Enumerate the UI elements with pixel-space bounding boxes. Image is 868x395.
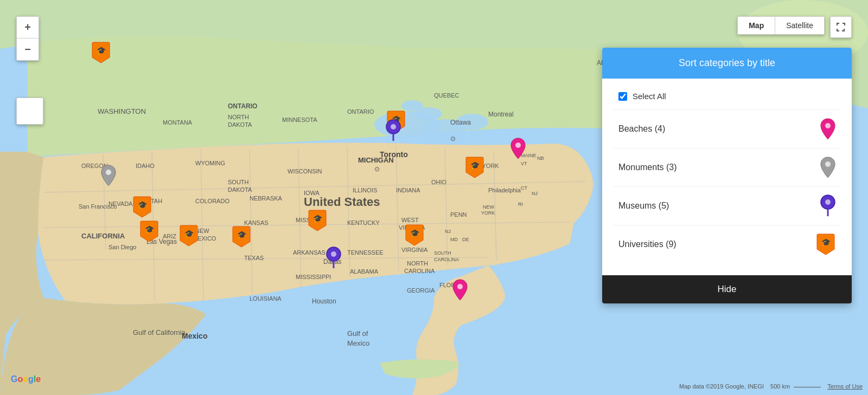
svg-text:VT: VT (521, 161, 527, 166)
select-all-checkbox[interactable] (618, 92, 627, 101)
museum-marker (326, 247, 341, 268)
svg-text:PENN: PENN (450, 211, 467, 218)
svg-point-113 (825, 123, 831, 128)
svg-text:SOUTH: SOUTH (228, 179, 249, 185)
svg-text:Montreal: Montreal (488, 111, 514, 118)
svg-text:DAKOTA: DAKOTA (228, 121, 252, 128)
category-beaches-label: Beaches (4) (618, 124, 665, 134)
svg-text:NB: NB (537, 156, 544, 161)
panel-header: Sort categories by title (602, 48, 852, 79)
svg-text:NEW: NEW (483, 204, 495, 210)
svg-text:San Diego: San Diego (108, 244, 136, 250)
svg-text:RI: RI (518, 202, 523, 207)
zoom-controls: + − (16, 16, 39, 61)
category-universities-label: Universities (9) (618, 239, 676, 249)
svg-text:San Francisco: San Francisco (79, 203, 117, 210)
university-marker: 🎓 (405, 224, 424, 247)
map-container: United States WASHINGTON MONTANA NORTH D… (0, 0, 868, 395)
svg-text:🎓: 🎓 (470, 161, 480, 170)
svg-text:NJ: NJ (532, 191, 538, 196)
svg-text:Philadelphia: Philadelphia (488, 187, 521, 193)
svg-text:WEST: WEST (401, 217, 419, 223)
svg-text:🎓: 🎓 (145, 225, 155, 234)
svg-text:🎓: 🎓 (410, 229, 420, 238)
svg-text:CAROLINA: CAROLINA (404, 268, 435, 274)
museum-marker (386, 119, 401, 141)
monuments-pin-icon (820, 156, 835, 179)
svg-text:ONTARIO: ONTARIO (347, 108, 374, 115)
svg-text:OHIO: OHIO (431, 179, 447, 185)
university-marker: 🎓 (132, 196, 152, 218)
svg-text:WISCONSIN: WISCONSIN (288, 168, 322, 174)
svg-text:MD: MD (450, 237, 458, 242)
scale-control: 500 km (770, 383, 821, 390)
category-panel: Sort categories by title Select All Beac… (602, 48, 852, 303)
svg-text:Toronto: Toronto (380, 150, 408, 159)
svg-text:NJ: NJ (445, 229, 451, 234)
svg-text:IOWA: IOWA (304, 190, 320, 196)
university-marker: 🎓 (91, 41, 111, 64)
svg-point-105 (391, 124, 396, 129)
svg-text:INDIANA: INDIANA (396, 187, 420, 193)
svg-text:NORTH: NORTH (407, 260, 428, 267)
fullscreen-button[interactable] (830, 16, 852, 38)
beach-marker (452, 279, 468, 301)
svg-text:DE: DE (462, 237, 469, 242)
map-type-map-button[interactable]: Map (738, 17, 775, 34)
svg-text:🎓: 🎓 (821, 238, 831, 247)
svg-text:LOUISIANA: LOUISIANA (250, 295, 282, 302)
svg-text:Mexico: Mexico (182, 332, 207, 340)
svg-text:TENNESSEE: TENNESSEE (347, 249, 384, 256)
svg-text:🎓: 🎓 (138, 200, 148, 210)
category-museums-label: Museums (5) (618, 201, 669, 211)
universities-pin-icon: 🎓 (816, 233, 835, 256)
map-type-satellite-button[interactable]: Satellite (775, 17, 824, 34)
svg-text:United States: United States (304, 195, 380, 209)
svg-text:WASHINGTON: WASHINGTON (98, 107, 146, 115)
svg-text:ONTARIO: ONTARIO (228, 102, 257, 110)
svg-text:🎓: 🎓 (97, 46, 106, 55)
svg-point-111 (515, 143, 521, 148)
svg-point-108 (331, 251, 336, 257)
svg-text:Houston: Houston (312, 297, 336, 305)
svg-point-110 (457, 284, 463, 289)
svg-text:🎓: 🎓 (237, 230, 247, 239)
svg-text:KENTUCKY: KENTUCKY (347, 219, 380, 226)
terms-link[interactable]: Terms of Use (827, 383, 863, 390)
category-row-universities: Universities (9) 🎓 (613, 225, 841, 263)
svg-text:MONTANA: MONTANA (163, 119, 193, 126)
svg-text:🎓: 🎓 (313, 214, 323, 223)
svg-text:YORK: YORK (481, 210, 495, 216)
google-logo: Google (11, 374, 41, 384)
svg-text:🎓: 🎓 (184, 229, 194, 238)
svg-text:Mexico: Mexico (347, 339, 369, 347)
svg-text:⊙: ⊙ (374, 165, 380, 173)
map-footer: Map data ©2019 Google, INEGI 500 km Term… (679, 383, 863, 390)
svg-text:NEBRASKA: NEBRASKA (250, 195, 283, 202)
svg-text:SOUTH: SOUTH (434, 250, 451, 256)
category-monuments-label: Monuments (3) (618, 163, 677, 172)
pegman-control[interactable] (16, 98, 43, 125)
svg-text:MINNESOTA: MINNESOTA (282, 116, 317, 123)
zoom-out-button[interactable]: − (17, 38, 39, 60)
svg-text:Gulf of California: Gulf of California (133, 328, 186, 336)
svg-text:ILLINOIS: ILLINOIS (353, 187, 377, 193)
select-all-row: Select All (613, 87, 841, 109)
svg-text:DAKOTA: DAKOTA (228, 186, 252, 193)
svg-text:ARKANSAS: ARKANSAS (293, 249, 326, 256)
category-row-museums: Museums (5) (613, 186, 841, 225)
university-marker: 🎓 (308, 209, 327, 232)
svg-text:WYOMING: WYOMING (195, 160, 225, 166)
svg-text:⊙: ⊙ (450, 135, 456, 143)
svg-text:TEXAS: TEXAS (244, 255, 264, 261)
svg-point-114 (825, 161, 831, 167)
svg-text:CAROLINA: CAROLINA (434, 257, 459, 262)
map-attribution: Map data ©2019 Google, INEGI (679, 383, 764, 390)
svg-text:VIRGINIA: VIRGINIA (401, 247, 428, 253)
svg-text:IDAHO: IDAHO (136, 163, 155, 169)
category-row-beaches: Beaches (4) (613, 109, 841, 148)
hide-button[interactable]: Hide (602, 275, 852, 303)
zoom-in-button[interactable]: + (17, 17, 39, 38)
university-marker: 🎓 (465, 156, 484, 179)
select-all-label[interactable]: Select All (633, 92, 666, 101)
